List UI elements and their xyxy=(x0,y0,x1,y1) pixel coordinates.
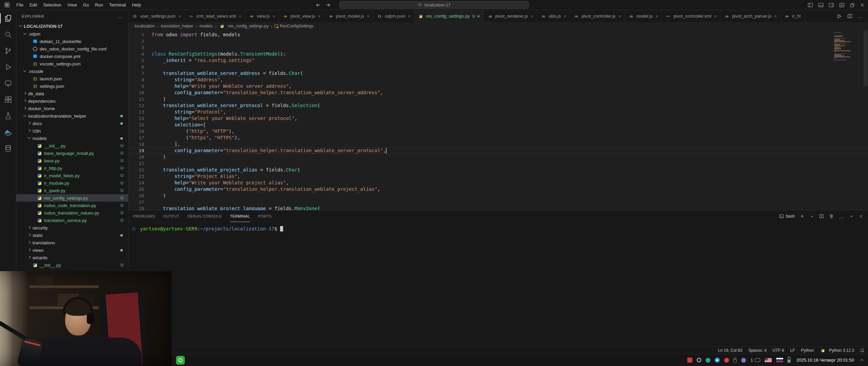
panel-tab-ports[interactable]: PORTS xyxy=(258,210,272,222)
keyboard-layout-indicator[interactable]: 1 xyxy=(750,358,760,363)
command-center-search[interactable]: localization-17 xyxy=(339,1,529,9)
recorder-icon[interactable] xyxy=(687,358,692,363)
toggle-sidebar-icon[interactable] xyxy=(808,2,813,8)
split-terminal-icon[interactable] xyxy=(819,214,824,219)
code-line-10[interactable]: 10 config_parameter="translation_helper.… xyxy=(129,89,868,96)
tree-item-docker-compose-yml[interactable]: docker-compose.yml xyxy=(16,53,128,60)
panel-more-actions-icon[interactable]: … xyxy=(839,214,844,219)
tab-crm-lead-views-xml[interactable]: crm_lead_views.xml× xyxy=(185,10,245,22)
panel-tab-problems[interactable]: PROBLEMS xyxy=(133,210,155,222)
database-icon[interactable] xyxy=(0,140,16,157)
app-icon[interactable] xyxy=(4,2,10,8)
panel-tab-terminal[interactable]: TERMINAL xyxy=(230,210,250,222)
explorer-icon[interactable] xyxy=(0,10,16,26)
flag-us-icon[interactable] xyxy=(765,358,772,362)
close-tab-icon[interactable]: × xyxy=(714,14,717,19)
mouse-icon[interactable] xyxy=(733,358,737,363)
menu-go[interactable]: Go xyxy=(80,0,92,10)
tab-odpm-json[interactable]: odpm.json× xyxy=(373,10,414,22)
tree-item-views[interactable]: views xyxy=(16,246,128,254)
terminal[interactable]: yartsev@yartsev-SER9:~/projects/localiza… xyxy=(129,222,868,231)
tab-pivot-renderer-js[interactable]: pivot_renderer.js× xyxy=(484,10,537,22)
tree-item-base-py[interactable]: base.pyU xyxy=(16,157,128,164)
breadcrumb-models[interactable]: models xyxy=(199,24,213,28)
tree-item-docker-home[interactable]: docker_home xyxy=(16,105,128,112)
code-line-22[interactable]: 22 translation_weblate_project_alias = f… xyxy=(129,167,868,173)
tree-item-translation-service-py[interactable]: translation_service.pyU xyxy=(16,217,128,224)
tree-item-wizards[interactable]: wizards xyxy=(16,254,128,261)
code-line-21[interactable]: 21 xyxy=(129,160,868,167)
tree-item-res-config-settings-py[interactable]: res_config_settings.pyU xyxy=(16,194,128,202)
code-line-17[interactable]: 17 ("https", "HTTPS"), xyxy=(129,135,868,141)
code-line-2[interactable]: 2 xyxy=(129,38,868,44)
toggle-panel-icon[interactable] xyxy=(818,2,824,8)
panel-tab-debug-console[interactable]: DEBUG CONSOLE xyxy=(188,210,222,222)
code-line-18[interactable]: 18 ], xyxy=(129,141,868,147)
code-line-12[interactable]: 12 translation_weblate_server_protocol =… xyxy=(129,102,868,109)
search-icon[interactable] xyxy=(0,26,16,43)
code-line-24[interactable]: 24 help="Write your Weblate project alia… xyxy=(129,180,868,186)
close-panel-icon[interactable] xyxy=(859,214,863,219)
audio-icon[interactable] xyxy=(741,358,746,363)
close-tab-icon[interactable]: × xyxy=(408,14,411,19)
code-line-13[interactable]: 13 string="Protocol", xyxy=(129,109,868,115)
tab-model-js[interactable]: model.js× xyxy=(625,10,662,22)
tree-item-base-language-install-py[interactable]: base_language_install.pyU xyxy=(16,149,128,157)
split-editor-icon[interactable] xyxy=(847,14,852,19)
close-tab-icon[interactable]: × xyxy=(239,14,241,19)
code-line-11[interactable]: 11 ) xyxy=(129,96,868,102)
tab-ir-ht[interactable]: ir_ht xyxy=(781,10,805,22)
code-line-19[interactable]: 19 config_parameter="translation_helper.… xyxy=(129,147,868,154)
tree-item-debian-11-dockerfile[interactable]: debian_11_dockerfile xyxy=(16,38,128,45)
code-line-23[interactable]: 23 string="Project Alias", xyxy=(129,173,868,180)
more-actions-icon[interactable]: … xyxy=(858,13,863,19)
status-indentation[interactable]: Spaces: 4 xyxy=(745,348,769,353)
close-window-icon[interactable] xyxy=(860,3,865,7)
close-tab-icon[interactable]: × xyxy=(564,14,566,19)
remote-explorer-icon[interactable] xyxy=(0,75,16,92)
close-tab-icon[interactable]: × xyxy=(531,14,533,19)
tree-item-dev-odoo-docker-config-file-conf[interactable]: dev_odoo_docker_config_file.conf xyxy=(16,45,128,53)
tree-item-ir-http-py[interactable]: ir_http.pyU xyxy=(16,164,128,172)
notifications-bell-icon[interactable] xyxy=(860,348,865,353)
tree-item-docs[interactable]: docs xyxy=(16,120,128,127)
restore-window-icon[interactable] xyxy=(850,3,855,8)
customize-layout-icon[interactable] xyxy=(839,2,845,8)
code-line-8[interactable]: 8 string="Address", xyxy=(129,77,868,83)
back-arrow-icon[interactable] xyxy=(315,2,321,8)
extensions-icon[interactable] xyxy=(0,92,16,108)
tree-item-vscode-settings-json[interactable]: vscode_settings.json xyxy=(16,60,128,67)
tree-item-security[interactable]: security xyxy=(16,224,128,231)
editor-scrollbar[interactable] xyxy=(863,30,868,210)
code-line-16[interactable]: 16 ("http", "HTTP"), xyxy=(129,128,868,135)
code-line-3[interactable]: 3 xyxy=(129,44,868,51)
menu-view[interactable]: View xyxy=(64,0,80,10)
close-tab-icon[interactable]: × xyxy=(655,14,658,19)
alert-icon[interactable] xyxy=(724,358,729,363)
tree-item-init-py[interactable]: __init__.pyU xyxy=(16,261,128,269)
tray-expand-chevron-icon[interactable] xyxy=(860,358,864,362)
docker-icon[interactable] xyxy=(0,124,16,140)
menu-edit[interactable]: Edit xyxy=(26,0,40,10)
clock[interactable]: 2025.10.16 Четверг 20:01:50 xyxy=(796,358,854,363)
tree-item-ir-qweb-py[interactable]: ir_qweb.pyU xyxy=(16,187,128,194)
close-tab-icon[interactable]: × xyxy=(618,14,621,19)
menu-help[interactable]: Help xyxy=(129,0,144,10)
tree-item-dependencies[interactable]: dependencies xyxy=(16,97,128,105)
code-line-7[interactable]: 7 translation_weblate_server_address = f… xyxy=(129,70,868,77)
panel-tab-output[interactable]: OUTPUT xyxy=(163,210,179,222)
code-line-27[interactable]: 27 xyxy=(129,199,868,205)
tree-item-models[interactable]: models xyxy=(16,135,128,142)
tree-item-odpm[interactable]: .odpm xyxy=(16,30,128,38)
tab-user-settings-json[interactable]: user_settings.json× xyxy=(129,10,185,22)
telegram-icon[interactable] xyxy=(715,358,720,363)
tab-utils-js[interactable]: utils.js× xyxy=(537,10,570,22)
kill-terminal-icon[interactable] xyxy=(829,214,834,219)
code-line-25[interactable]: 25 config_parameter="translation_helper.… xyxy=(129,186,868,192)
close-tab-icon[interactable]: × xyxy=(774,14,777,19)
tree-item-localization-17[interactable]: LOCALIZATION-17 xyxy=(16,22,128,30)
tree-item-rudoo-code-translation-py[interactable]: rudoo_code_translation.pyU xyxy=(16,202,128,209)
command-decoration-icon[interactable] xyxy=(132,227,135,230)
code-line-26[interactable]: 26 ) xyxy=(129,192,868,199)
tree-item-i18n[interactable]: i18n xyxy=(16,127,128,135)
